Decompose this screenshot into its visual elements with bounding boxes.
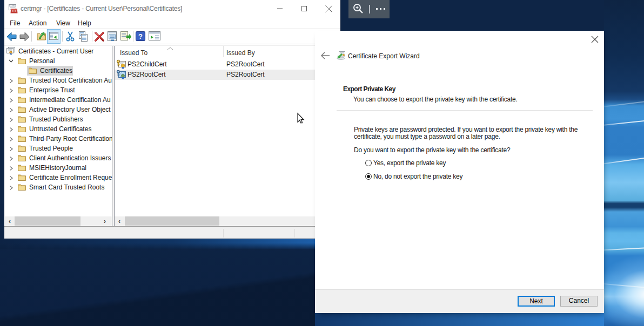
svg-text:?: ?	[138, 32, 143, 40]
